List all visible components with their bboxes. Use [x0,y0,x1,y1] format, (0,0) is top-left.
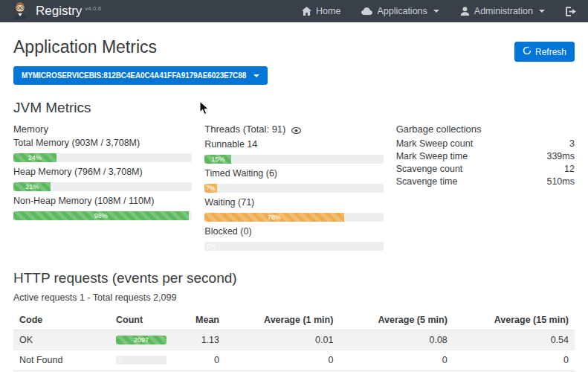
threads-title: Threads (Total: 91) [204,124,383,136]
http-count-cell: 2 [110,350,173,371]
instance-selector-label: MYMICROSERVICEBIS:812BC4EA0C4A41FFA9179A… [22,71,246,80]
progress-track: 2 [116,356,167,365]
progress-track: 7% [204,184,383,193]
progress-bar: 78% [204,213,343,222]
gc-label: Mark Sweep count [396,138,474,150]
progress-bar: 98% [13,211,189,220]
progress-track: 0% [204,242,383,251]
gc-column: Garbage collections Mark Sweep count3Mar… [396,122,575,255]
gc-row: Mark Sweep count3 [396,138,575,150]
gc-title: Garbage collections [396,124,575,135]
progress-bar: 24% [13,153,56,162]
jhipster-avatar-icon [12,1,28,22]
progress-label: 7% [206,185,216,192]
nav-item-administration[interactable]: Administration [460,6,545,16]
nav-item-label: Applications [377,6,427,16]
progress-label: 21% [25,183,39,190]
gc-label: Scavenge time [396,176,458,188]
metric-label: Waiting (71) [204,197,383,208]
metric-label: Runnable 14 [204,139,383,150]
memory-title: Memory [13,124,192,135]
nav-item-applications[interactable]: Applications [361,6,439,16]
metric-label: Blocked (0) [204,226,383,237]
http-col-header: Average (15 min) [453,310,575,330]
progress-label: 24% [28,154,42,161]
http-requests-summary: Active requests 1 - Total requests 2,099 [13,292,575,303]
nav-item-label: Home [316,6,340,16]
http-col-header: Code [13,310,110,330]
caret-down-icon [539,10,545,13]
user-icon [460,7,470,16]
progress-track: 21% [13,182,192,191]
progress-label: 78% [268,214,281,221]
progress-track: 2097 [116,336,167,344]
progress-bar: 15% [204,155,231,164]
navbar-menu: HomeApplicationsAdministration [302,6,576,16]
http-value-cell: 1.13 [173,330,225,350]
jvm-metrics-title: JVM Metrics [13,100,575,116]
jvm-metrics-columns: Memory Total Memory (903M / 3,708M)24%He… [13,122,575,255]
progress-label: 2097 [134,336,149,344]
http-value-cell: 0 [173,350,225,371]
gc-label: Scavenge count [396,163,463,176]
home-icon [302,7,311,16]
gc-label: Mark Sweep time [396,150,468,163]
caret-down-icon [253,74,259,77]
http-value-cell: 0.54 [453,330,575,350]
http-requests-title: HTTP requests (events per second) [13,270,575,286]
progress-track: 15% [204,155,383,164]
eye-icon[interactable] [291,125,301,136]
progress-track: 78% [204,213,383,222]
progress-label: 0% [207,242,216,251]
http-code-cell: Not Found [13,350,110,371]
sign-out-button[interactable] [566,7,576,16]
gc-value: 12 [564,163,575,176]
page-title: Application Metrics [13,37,575,57]
metric-label: Non-Heap Memory (108M / 110M) [13,196,192,206]
nav-item-home[interactable]: Home [302,6,340,16]
sign-out-icon [566,7,576,16]
gc-value: 510ms [546,176,575,188]
gc-value: 339ms [546,150,575,163]
brand-title: Registry [36,4,82,19]
http-table-row: OK20971.130.010.080.54 [13,330,575,350]
cloud-icon [361,7,372,15]
http-requests-table: CodeCountMeanAverage (1 min)Average (5 m… [13,310,575,372]
main-content: Application Metrics Refresh MYMICROSERVI… [0,37,588,372]
instance-selector-dropdown[interactable]: MYMICROSERVICEBIS:812BC4EA0C4A41FFA9179A… [13,66,268,85]
gc-row: Mark Sweep time339ms [396,150,575,163]
progress-track: 98% [13,211,192,220]
http-table-row: Not Found20000 [13,350,575,371]
nav-item-label: Administration [474,6,533,16]
progress-label: 98% [94,212,108,219]
progress-label: 2 [118,356,122,365]
gc-row: Scavenge count12 [396,163,575,176]
top-navbar: Registry v4.0.6 HomeApplicationsAdminist… [0,0,588,22]
http-value-cell: 0 [339,350,453,371]
gc-value: 3 [569,138,575,150]
http-col-header: Mean [173,310,225,330]
http-col-header: Average (1 min) [225,310,339,330]
http-value-cell: 0.08 [339,330,453,350]
refresh-icon [523,46,532,57]
http-code-cell: OK [13,330,110,350]
progress-label: 15% [211,155,224,163]
threads-title-text: Threads (Total: 91) [204,124,285,135]
refresh-label: Refresh [535,47,566,57]
http-col-header: Average (5 min) [339,310,453,330]
progress-bar: 2097 [116,336,167,344]
metric-label: Total Memory (903M / 3,708M) [13,138,192,148]
metric-label: Timed Waiting (6) [204,168,383,179]
threads-column: Threads (Total: 91) Runnable 1415%Timed … [204,122,383,255]
http-col-header: Count [110,310,173,330]
http-count-cell: 2097 [110,330,173,350]
refresh-button[interactable]: Refresh [514,42,575,62]
caret-down-icon [433,10,439,13]
http-value-cell: 0.01 [225,330,339,350]
http-value-cell: 0 [453,350,575,371]
brand[interactable]: Registry v4.0.6 [12,1,101,22]
progress-track: 24% [13,153,192,162]
metric-label: Heap Memory (796M / 3,708M) [13,167,192,177]
progress-bar: 7% [204,184,217,193]
memory-column: Memory Total Memory (903M / 3,708M)24%He… [13,122,192,255]
